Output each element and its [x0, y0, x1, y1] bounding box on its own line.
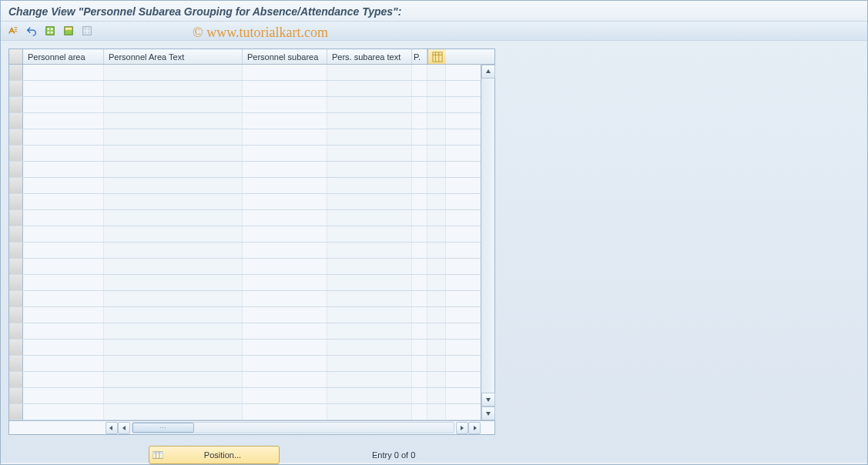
cell-personnel-subarea[interactable]	[243, 323, 327, 339]
cell-personnel-area[interactable]	[23, 178, 104, 193]
cell-truncated[interactable]	[412, 65, 427, 80]
row-selector[interactable]	[9, 275, 23, 290]
table-row[interactable]	[9, 81, 481, 97]
cell-personnel-area[interactable]	[23, 210, 104, 226]
cell-truncated[interactable]	[412, 81, 427, 96]
row-selector[interactable]	[9, 388, 23, 403]
vertical-scrollbar[interactable]	[481, 65, 494, 420]
cell-personnel-subarea[interactable]	[243, 146, 327, 161]
row-selector[interactable]	[9, 162, 23, 177]
cell-personnel-area-text[interactable]	[104, 97, 243, 112]
cell-personnel-area[interactable]	[23, 97, 104, 112]
row-selector[interactable]	[9, 372, 23, 387]
row-selector[interactable]	[9, 210, 23, 226]
cell-personnel-subarea[interactable]	[243, 275, 327, 290]
row-selector[interactable]	[9, 356, 23, 371]
cell-personnel-area[interactable]	[23, 307, 104, 323]
cell-personnel-area-text[interactable]	[104, 178, 243, 193]
cell-pers-subarea-text[interactable]	[327, 388, 412, 403]
cell-personnel-area[interactable]	[23, 372, 104, 387]
scroll-up-button[interactable]	[481, 65, 495, 79]
row-selector[interactable]	[9, 113, 23, 129]
cell-personnel-area-text[interactable]	[104, 291, 243, 306]
cell-personnel-area[interactable]	[23, 65, 104, 80]
select-all-button[interactable]	[42, 23, 58, 38]
cell-personnel-area-text[interactable]	[104, 113, 243, 129]
cell-personnel-area[interactable]	[23, 356, 104, 371]
cell-pers-subarea-text[interactable]	[327, 340, 412, 355]
table-row[interactable]	[9, 356, 481, 372]
cell-personnel-area-text[interactable]	[104, 194, 243, 209]
cell-personnel-area-text[interactable]	[104, 146, 243, 161]
table-settings-button[interactable]	[427, 49, 446, 64]
cell-personnel-area[interactable]	[23, 146, 104, 161]
cell-personnel-area-text[interactable]	[104, 388, 243, 403]
cell-personnel-area-text[interactable]	[104, 259, 243, 274]
cell-truncated[interactable]	[412, 226, 427, 242]
cell-pers-subarea-text[interactable]	[327, 97, 412, 112]
cell-pers-subarea-text[interactable]	[327, 356, 412, 371]
cell-personnel-area[interactable]	[23, 113, 104, 129]
cell-personnel-area-text[interactable]	[104, 372, 243, 387]
cell-truncated[interactable]	[412, 259, 427, 274]
cell-pers-subarea-text[interactable]	[327, 162, 412, 177]
table-row[interactable]	[9, 259, 481, 275]
horizontal-scroll-track[interactable]: ···	[132, 422, 454, 433]
cell-personnel-area-text[interactable]	[104, 210, 243, 226]
table-row[interactable]	[9, 113, 481, 129]
cell-personnel-subarea[interactable]	[243, 340, 327, 355]
position-button[interactable]: Position...	[149, 446, 280, 464]
cell-personnel-subarea[interactable]	[243, 81, 327, 96]
cell-pers-subarea-text[interactable]	[327, 275, 412, 290]
cell-personnel-subarea[interactable]	[243, 226, 327, 242]
scroll-last-button[interactable]	[468, 422, 481, 434]
undo-button[interactable]	[24, 23, 39, 38]
cell-personnel-area-text[interactable]	[104, 243, 243, 258]
cell-personnel-subarea[interactable]	[243, 404, 327, 420]
scroll-first-button[interactable]	[106, 422, 118, 434]
table-row[interactable]	[9, 404, 481, 420]
toggle-display-change-button[interactable]	[5, 23, 21, 38]
cell-truncated[interactable]	[412, 113, 427, 129]
vertical-scroll-track[interactable]	[481, 79, 494, 393]
scroll-left-button[interactable]	[118, 422, 130, 434]
cell-personnel-area[interactable]	[23, 243, 104, 258]
row-selector[interactable]	[9, 194, 23, 209]
cell-pers-subarea-text[interactable]	[327, 210, 412, 226]
table-row[interactable]	[9, 194, 481, 210]
row-selector[interactable]	[9, 323, 23, 339]
cell-pers-subarea-text[interactable]	[327, 372, 412, 387]
table-row[interactable]	[9, 146, 481, 162]
cell-personnel-subarea[interactable]	[243, 129, 327, 145]
cell-truncated[interactable]	[412, 356, 427, 371]
cell-pers-subarea-text[interactable]	[327, 226, 412, 242]
scroll-right-button[interactable]	[456, 422, 468, 434]
cell-pers-subarea-text[interactable]	[327, 243, 412, 258]
cell-personnel-area-text[interactable]	[104, 404, 243, 420]
cell-pers-subarea-text[interactable]	[327, 194, 412, 209]
cell-personnel-area[interactable]	[23, 259, 104, 274]
row-selector-header[interactable]	[9, 49, 23, 64]
cell-personnel-subarea[interactable]	[243, 178, 327, 193]
cell-personnel-subarea[interactable]	[243, 291, 327, 306]
cell-personnel-subarea[interactable]	[243, 388, 327, 403]
cell-pers-subarea-text[interactable]	[327, 178, 412, 193]
row-selector[interactable]	[9, 307, 23, 323]
cell-truncated[interactable]	[412, 388, 427, 403]
cell-truncated[interactable]	[412, 323, 427, 339]
col-header-personnel-area[interactable]: Personnel area	[23, 49, 104, 64]
table-row[interactable]	[9, 388, 481, 404]
select-block-button[interactable]	[61, 23, 76, 38]
table-row[interactable]	[9, 307, 481, 323]
cell-truncated[interactable]	[412, 162, 427, 177]
cell-truncated[interactable]	[412, 404, 427, 420]
table-row[interactable]	[9, 129, 481, 146]
cell-personnel-subarea[interactable]	[243, 194, 327, 209]
row-selector[interactable]	[9, 97, 23, 112]
scroll-down-button[interactable]	[481, 393, 495, 406]
cell-pers-subarea-text[interactable]	[327, 129, 412, 145]
cell-truncated[interactable]	[412, 97, 427, 112]
cell-personnel-subarea[interactable]	[243, 372, 327, 387]
cell-pers-subarea-text[interactable]	[327, 307, 412, 323]
table-row[interactable]	[9, 210, 481, 226]
